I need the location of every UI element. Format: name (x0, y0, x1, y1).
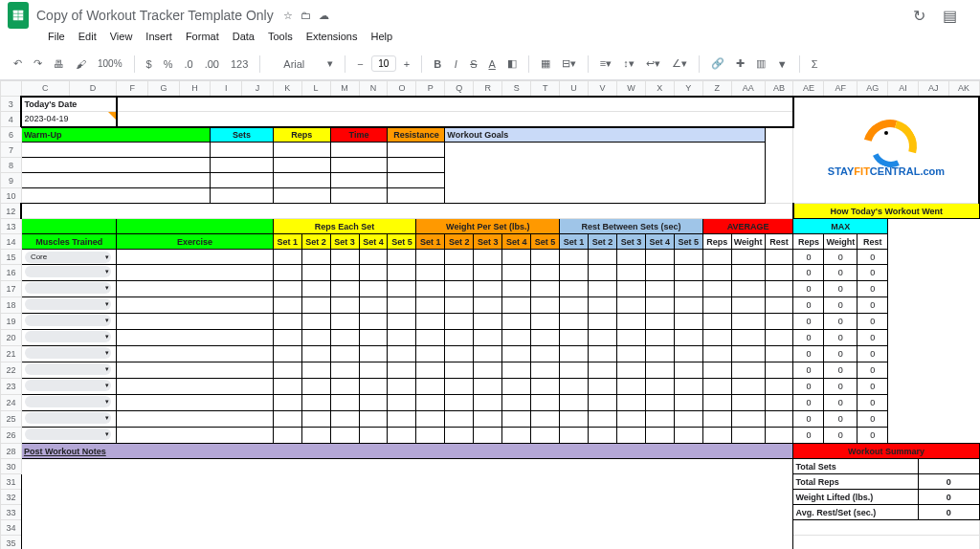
average-header[interactable]: AVERAGE (702, 219, 793, 234)
menu-data[interactable]: Data (227, 29, 260, 44)
fontsize-input[interactable] (371, 55, 396, 72)
col-header[interactable]: R (474, 81, 502, 97)
workout-summary-header[interactable]: Workout Summary (793, 444, 979, 459)
comment-icon[interactable]: ▤ (943, 7, 957, 25)
redo-button[interactable]: ↷ (30, 55, 46, 73)
col-header[interactable]: L (301, 81, 330, 97)
muscles-dropdown[interactable] (25, 266, 112, 277)
col-header[interactable]: N (359, 81, 388, 97)
spreadsheet-grid[interactable]: CDFGHIJKLMNOPQRSTUVWXYZAAABAEAFAGAIAJAK … (0, 80, 980, 549)
doc-title[interactable]: Copy of Workout Tracker Template Only (36, 8, 274, 23)
row-header[interactable]: 28 (1, 444, 22, 459)
row-header[interactable]: 15 (1, 250, 22, 265)
warmup-header[interactable]: Warm-Up (21, 127, 211, 143)
row-header[interactable]: 8 (1, 158, 22, 173)
row-header[interactable]: 9 (1, 173, 22, 188)
muscles-dropdown[interactable] (25, 315, 112, 326)
time-header[interactable]: Time (330, 127, 388, 143)
col-header[interactable]: AB (765, 81, 793, 97)
row-header[interactable]: 18 (1, 297, 22, 314)
col-header[interactable]: AI (888, 81, 919, 97)
comment-button[interactable]: ✚ (732, 55, 748, 73)
col-header[interactable]: P (416, 81, 445, 97)
col-header[interactable]: G (148, 81, 180, 97)
col-header[interactable]: V (589, 81, 617, 97)
post-workout-notes-area[interactable] (21, 459, 793, 550)
col-header[interactable]: S (502, 81, 531, 97)
zoom-select[interactable]: 100% (94, 55, 126, 72)
menu-help[interactable]: Help (365, 29, 398, 44)
muscles-dropdown[interactable] (25, 380, 112, 391)
font-select[interactable]: Arial (268, 55, 320, 73)
col-header[interactable]: M (330, 81, 359, 97)
row-header[interactable]: 3 (1, 97, 22, 112)
rest-between-header[interactable]: Rest Between Sets (sec) (560, 219, 703, 234)
row-header[interactable]: 25 (1, 411, 22, 428)
col-header[interactable]: AJ (918, 81, 948, 97)
row-header[interactable]: 22 (1, 362, 22, 379)
currency-button[interactable]: $ (143, 55, 156, 73)
col-header[interactable]: AG (858, 81, 888, 97)
menu-extensions[interactable]: Extensions (301, 29, 364, 44)
col-header[interactable]: K (273, 81, 301, 97)
bold-button[interactable]: B (430, 55, 445, 73)
col-header[interactable]: AK (948, 81, 979, 97)
reps-each-set-header[interactable]: Reps Each Set (273, 219, 416, 234)
reps-header[interactable]: Reps (273, 127, 330, 143)
fontsize-inc-button[interactable]: + (400, 55, 413, 73)
col-header[interactable]: AA (731, 81, 765, 97)
row-header[interactable]: 35 (1, 536, 22, 550)
row-header[interactable]: 14 (1, 234, 22, 250)
row-header[interactable]: 17 (1, 281, 22, 297)
col-header[interactable]: C (21, 81, 69, 97)
star-icon[interactable]: ☆ (283, 10, 293, 22)
muscles-dropdown[interactable] (25, 331, 112, 342)
undo-button[interactable]: ↶ (10, 55, 26, 73)
row-header[interactable]: 33 (1, 505, 22, 520)
col-header[interactable]: O (388, 81, 416, 97)
chevron-down-icon[interactable]: ▾ (323, 55, 337, 73)
menu-view[interactable]: View (104, 29, 139, 44)
menu-insert[interactable]: Insert (140, 29, 178, 44)
muscles-trained-header[interactable]: Muscles Trained (21, 234, 117, 250)
row-header[interactable]: 6 (1, 127, 22, 143)
row-header[interactable]: 20 (1, 330, 22, 346)
col-header[interactable]: X (645, 81, 674, 97)
fillcolor-button[interactable]: ◧ (503, 55, 521, 73)
merge-button[interactable]: ⊟▾ (558, 55, 580, 73)
row-header[interactable]: 26 (1, 428, 22, 444)
menu-format[interactable]: Format (180, 29, 225, 44)
italic-button[interactable]: I (449, 55, 462, 73)
todays-date-label[interactable]: Today's Date (21, 97, 117, 112)
row-header[interactable]: 12 (1, 204, 22, 219)
sheets-app-icon[interactable] (8, 2, 29, 29)
row-header[interactable]: 34 (1, 520, 22, 536)
move-icon[interactable]: 🗀 (301, 10, 311, 21)
menu-edit[interactable]: Edit (73, 29, 102, 44)
exercise-header[interactable]: Exercise (117, 234, 273, 250)
col-header[interactable]: AF (824, 81, 858, 97)
col-header[interactable]: Q (445, 81, 474, 97)
print-button[interactable]: 🖶 (50, 55, 68, 73)
cloud-icon[interactable]: ☁ (319, 10, 329, 22)
row-header[interactable]: 7 (1, 143, 22, 158)
max-header[interactable]: MAX (793, 219, 888, 234)
valign-button[interactable]: ↕▾ (619, 55, 638, 73)
rotate-button[interactable]: ∠▾ (668, 55, 691, 73)
muscles-dropdown[interactable] (25, 282, 112, 294)
row-header[interactable]: 32 (1, 490, 22, 505)
sets-header[interactable]: Sets (211, 127, 273, 143)
wrap-button[interactable]: ↩▾ (642, 55, 664, 73)
post-workout-notes-header[interactable]: Post Workout Notes (21, 444, 793, 459)
select-all-cell[interactable] (1, 81, 22, 97)
muscles-dropdown[interactable] (25, 396, 112, 407)
col-header[interactable]: H (179, 81, 211, 97)
muscles-dropdown[interactable] (25, 428, 112, 440)
col-header[interactable]: J (242, 81, 274, 97)
col-header[interactable]: D (69, 81, 117, 97)
col-header[interactable]: W (616, 81, 645, 97)
fontsize-dec-button[interactable]: − (353, 55, 367, 73)
row-header[interactable]: 16 (1, 265, 22, 281)
resistance-header[interactable]: Resistance (388, 127, 445, 143)
muscles-dropdown[interactable] (25, 363, 112, 375)
